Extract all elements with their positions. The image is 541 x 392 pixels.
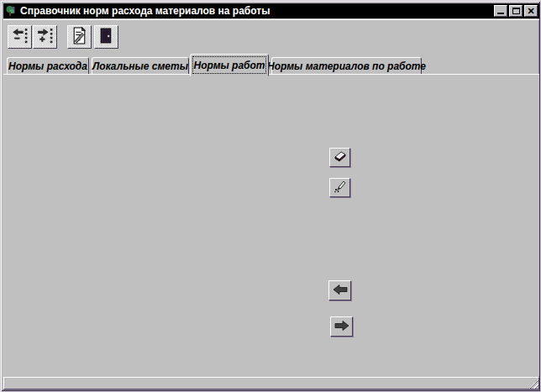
tab-normy-rashoda[interactable]: Нормы расхода — [7, 57, 89, 75]
tab-lokalnye-smety[interactable]: Локальные сметы — [92, 57, 189, 75]
edit-button[interactable] — [329, 178, 350, 197]
app-window: Справочник норм расхода материалов на ра… — [0, 0, 541, 392]
edit-report-button[interactable] — [67, 25, 92, 49]
tab-normy-rabot[interactable]: Нормы работ — [190, 54, 269, 76]
erase-button[interactable] — [329, 148, 350, 167]
tab-normy-materialov[interactable]: Нормы материалов по работе — [271, 57, 422, 75]
window-title: Справочник норм расхода материалов на ра… — [20, 5, 491, 17]
maximize-icon — [512, 8, 520, 14]
close-icon: ✕ — [527, 7, 534, 16]
toolbar — [3, 19, 539, 51]
door-icon — [97, 27, 115, 47]
window-controls: ✕ — [494, 5, 538, 17]
eraser-icon — [333, 149, 348, 165]
tab-page — [3, 74, 539, 376]
document-pencil-icon — [71, 27, 88, 47]
move-left-button[interactable] — [8, 25, 32, 49]
tab-bar: Нормы расхода Локальные сметы Нормы рабо… — [3, 51, 539, 75]
tree-icon — [5, 5, 17, 17]
pen-icon — [333, 180, 348, 196]
arrow-right-icon — [334, 319, 349, 335]
move-right-button[interactable] — [33, 25, 57, 49]
minimize-icon — [497, 13, 504, 14]
arrow-right-dotted-icon — [36, 27, 54, 47]
maximize-button[interactable] — [509, 5, 523, 17]
minimize-button[interactable] — [494, 5, 507, 17]
status-bar — [3, 377, 539, 389]
titlebar: Справочник норм расхода материалов на ра… — [3, 3, 539, 18]
arrow-left-dotted-icon — [11, 27, 29, 47]
move-item-right-button[interactable] — [330, 316, 353, 337]
close-button[interactable]: ✕ — [524, 5, 538, 17]
resize-grip-icon[interactable] — [528, 378, 538, 389]
move-item-left-button[interactable] — [328, 280, 351, 301]
arrow-left-icon — [333, 283, 348, 299]
exit-button[interactable] — [94, 25, 118, 49]
